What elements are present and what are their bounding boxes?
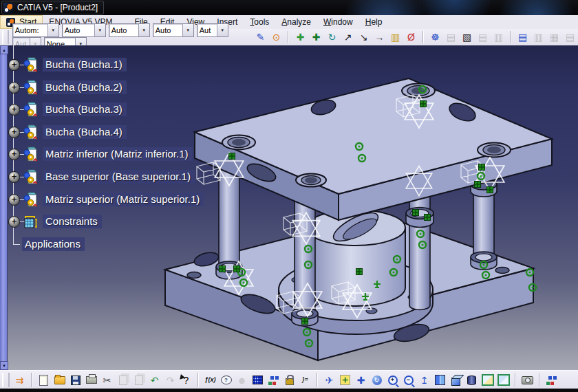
capture-icon[interactable] <box>520 373 535 387</box>
render-style-icon <box>467 375 476 385</box>
open-icon <box>54 376 65 384</box>
filter-dropdown-4[interactable]: Auto▼ <box>153 23 194 37</box>
lock-icon <box>286 378 294 385</box>
zoom-in-icon[interactable]: + <box>385 373 400 387</box>
properties-sheet-icon[interactable]: ▤ <box>515 30 530 45</box>
snap-compass-icon[interactable]: ✚ <box>293 30 308 45</box>
tree-expander-plus[interactable]: + <box>8 149 20 160</box>
pin-icon[interactable]: ⊙ <box>269 30 283 45</box>
dropdown-arrow-icon[interactable]: ▼ <box>138 24 149 36</box>
fit-all-icon: ✛ <box>340 375 350 385</box>
knowledge-bubble-icon: ? <box>221 375 232 384</box>
pan-icon[interactable]: ✚ <box>354 373 368 387</box>
tree-expander-plus[interactable]: + <box>8 127 20 138</box>
mechanism-icon[interactable]: ☸ <box>428 30 442 45</box>
zoom-out-icon[interactable]: − <box>401 373 416 387</box>
3d-viewport[interactable]: ▲ ▼ +Bucha (Bucha.1)+Bucha (Bucha.2)+Buc… <box>0 45 578 370</box>
offset-arrow-icon[interactable]: ↘ <box>356 30 371 45</box>
tree-item-bucha-bucha-2[interactable]: +Bucha (Bucha.2) <box>7 78 234 97</box>
hide-show-icon[interactable] <box>480 373 495 387</box>
swap-visible-icon <box>497 374 510 386</box>
filter-dropdown-3[interactable]: Auto▼ <box>109 23 150 37</box>
dotted-line-icon[interactable]: → <box>372 30 387 45</box>
tree-expander-plus[interactable]: + <box>8 216 20 228</box>
scroll-down-arrow[interactable]: ▼ <box>0 361 8 370</box>
update-icon[interactable]: ⇉ <box>12 373 27 387</box>
tree-item-label[interactable]: Matriz superior (Matriz superior.1) <box>43 193 204 206</box>
menu-window[interactable]: Window <box>317 15 359 29</box>
tree-item-label[interactable]: Base superior (Base superior.1) <box>43 170 195 184</box>
normal-view-icon[interactable]: ↥ <box>417 373 431 387</box>
tree-item-base-superior-base-superior-1[interactable]: +Base superior (Base superior.1) <box>7 167 234 186</box>
tree-item-matriz-inferior-matriz-inferior-1[interactable]: +Matriz inferior (Matriz inferior.1) <box>7 144 234 164</box>
tree-expander-plus[interactable]: + <box>8 171 20 183</box>
snap-compass-solid-icon[interactable]: ✚ <box>309 30 323 45</box>
tree-item-bucha-bucha-4[interactable]: +Bucha (Bucha.4) <box>7 122 234 142</box>
product-structure-icon[interactable] <box>266 373 281 387</box>
print-icon[interactable] <box>84 373 98 387</box>
tree-item-bucha-bucha-3[interactable]: +Bucha (Bucha.3) <box>7 100 234 119</box>
toolbar-separator <box>422 31 424 44</box>
swap-visible-icon[interactable] <box>496 373 511 387</box>
undo-icon[interactable]: ↶ <box>147 373 162 387</box>
tree-item-bucha-bucha-1[interactable]: +Bucha (Bucha.1) <box>7 55 234 74</box>
render-style-icon[interactable] <box>464 373 479 387</box>
dropdown-arrow-icon[interactable]: ▼ <box>94 24 105 36</box>
measure-snap-icon[interactable]: ▥ <box>388 30 403 45</box>
tree-item-label[interactable]: Bucha (Bucha.1) <box>43 58 127 72</box>
knowledge-bubble-icon[interactable]: ? <box>219 373 233 387</box>
filter-dropdown-1[interactable]: Autom:▼ <box>12 23 59 37</box>
filter-dropdown-2[interactable]: Auto▼ <box>62 23 106 37</box>
toolbar-separator <box>510 31 511 44</box>
dropdown-value: Aut <box>197 26 217 34</box>
new-document-icon[interactable] <box>36 373 51 387</box>
iso-view-icon[interactable] <box>449 373 463 387</box>
filter-dropdown-5[interactable]: Aut▼ <box>197 23 228 37</box>
dropdown-arrow-icon[interactable]: ▼ <box>182 24 193 36</box>
tree-item-constraints[interactable]: +Constraints <box>7 212 234 231</box>
quad-view-icon[interactable] <box>433 373 447 387</box>
tree-item-label[interactable]: Bucha (Bucha.4) <box>43 125 127 139</box>
constraint-axis-icon[interactable]: ↻ <box>325 30 339 45</box>
tree-expander-plus[interactable]: + <box>8 194 20 206</box>
part-icon <box>22 56 39 73</box>
cut-icon[interactable]: ✂ <box>100 373 114 387</box>
clipped-structure-icon[interactable] <box>544 373 559 387</box>
rules-icon[interactable]: }= <box>298 373 312 387</box>
menu-analyze[interactable]: Analyze <box>275 15 317 29</box>
tree-expander-plus[interactable]: + <box>8 59 20 71</box>
tree-expander-plus[interactable]: + <box>8 104 20 116</box>
part-icon <box>22 101 39 118</box>
tree-item-label[interactable]: Bucha (Bucha.3) <box>43 102 127 116</box>
dropdown-arrow-icon[interactable]: ▼ <box>217 24 228 36</box>
open-icon[interactable] <box>52 373 67 387</box>
tree-item-label[interactable]: Matriz inferior (Matriz inferior.1) <box>43 147 193 161</box>
formula-icon[interactable]: ƒ(x) <box>203 373 217 387</box>
rotate-icon[interactable]: ↻ <box>370 373 384 387</box>
tree-item-matriz-superior-matriz-superior-1[interactable]: +Matriz superior (Matriz superior.1) <box>7 190 234 209</box>
design-table-icon[interactable] <box>250 373 265 387</box>
fly-mode-icon[interactable]: ✈ <box>322 373 336 387</box>
toolbar-grip-bottom[interactable] <box>2 373 10 388</box>
toolbar-grip[interactable] <box>2 30 9 43</box>
fit-all-icon[interactable]: ✛ <box>338 373 352 387</box>
guide-pillar-3[interactable] <box>406 195 434 310</box>
tree-item-label[interactable]: Applications <box>22 237 85 251</box>
copy-icon <box>119 375 127 385</box>
no-snap-icon[interactable]: Ø <box>404 30 418 45</box>
tree-item-label[interactable]: Bucha (Bucha.2) <box>43 80 127 94</box>
top-plate-part[interactable] <box>195 78 552 220</box>
catalog-browser-icon[interactable]: ▧ <box>460 30 474 45</box>
dropdown-value: Auto <box>109 26 138 34</box>
format-brush-icon[interactable]: ✎ <box>253 30 268 45</box>
lock-icon[interactable] <box>282 373 297 387</box>
tree-item-label[interactable]: Constraints <box>43 215 102 228</box>
tree-expander-plus[interactable]: + <box>8 82 20 94</box>
save-icon[interactable] <box>68 373 83 387</box>
dropdown-arrow-icon[interactable]: ▼ <box>47 24 58 36</box>
gray-tool-icon-2: ▥ <box>491 30 506 45</box>
tree-item-applications[interactable]: Applications <box>7 235 234 254</box>
menu-help[interactable]: Help <box>359 15 389 29</box>
help-cursor-icon[interactable]: ? <box>179 373 193 387</box>
smart-move-icon[interactable]: ↗ <box>341 30 355 45</box>
